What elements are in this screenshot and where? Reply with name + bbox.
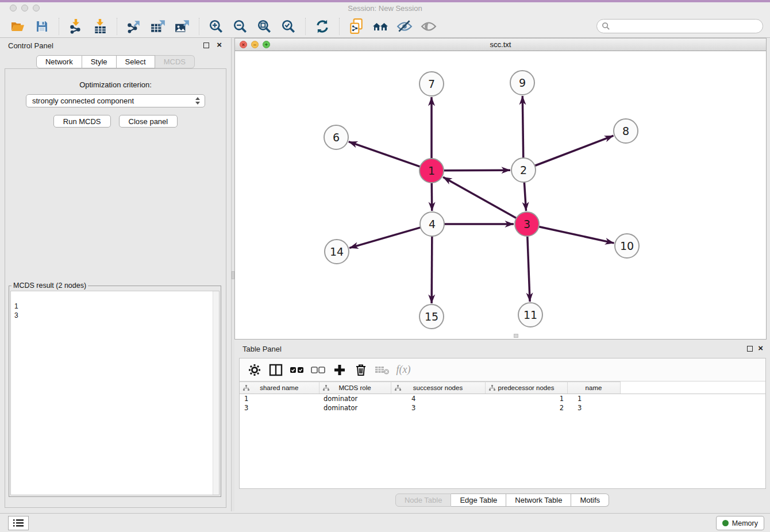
show-all-icon[interactable] [420, 18, 437, 35]
deselect-all-columns-icon[interactable] [310, 363, 326, 377]
edge-2-3[interactable] [524, 182, 526, 211]
export-table-icon[interactable] [149, 18, 167, 35]
table-panel-close-icon[interactable]: × [758, 343, 763, 353]
mcds-result-list[interactable]: 1 3 [10, 291, 220, 495]
edge-1-6[interactable] [349, 142, 420, 167]
tab-style[interactable]: Style [82, 55, 117, 68]
edge-4-15[interactable] [432, 236, 432, 303]
column-type-icon [489, 385, 495, 391]
mcds-panel: Optimization criterion: strongly connect… [5, 68, 226, 508]
tab-select[interactable]: Select [117, 55, 155, 68]
import-table-icon[interactable] [91, 18, 109, 35]
search-input[interactable] [610, 21, 763, 31]
graph-node-10[interactable]: 10 [615, 234, 639, 258]
edge-3-11[interactable] [528, 236, 530, 302]
edge-1-2[interactable] [444, 170, 510, 171]
table-tab-motifs[interactable]: Motifs [571, 494, 609, 507]
table-settings-gear-icon[interactable] [247, 363, 263, 377]
export-network-icon[interactable] [125, 18, 143, 35]
delete-column-icon[interactable] [353, 363, 369, 377]
edge-1-4[interactable] [432, 183, 432, 211]
edge-2-8[interactable] [535, 136, 614, 165]
column-header-successor-nodes[interactable]: successor nodes [391, 382, 485, 394]
open-session-icon[interactable] [9, 18, 26, 35]
table-tab-edge-table[interactable]: Edge Table [451, 494, 506, 507]
graph-node-4[interactable]: 4 [420, 212, 444, 236]
network-window-titlebar[interactable]: × − + scc.txt [235, 38, 766, 51]
run-mcds-button[interactable]: Run MCDS [53, 115, 111, 128]
network-canvas[interactable]: 7968124314101511 [235, 51, 766, 339]
control-panel-float-icon[interactable] [203, 43, 209, 48]
zoom-out-icon[interactable] [232, 18, 249, 35]
select-all-columns-icon[interactable] [289, 363, 305, 377]
duplicate-network-icon[interactable] [348, 18, 365, 35]
table-cell[interactable]: 1 [485, 394, 567, 403]
create-column-icon[interactable] [332, 363, 348, 377]
result-scrollbar[interactable] [213, 291, 219, 495]
graph-node-11[interactable]: 11 [518, 303, 542, 327]
zoom-fit-icon[interactable] [256, 18, 273, 35]
import-network-icon[interactable] [67, 18, 84, 35]
column-header-name[interactable]: name [567, 382, 620, 394]
column-header-MCDS-role[interactable]: MCDS role [319, 382, 391, 394]
control-panel: Control Panel × NetworkStyleSelectMCDS O… [0, 38, 231, 511]
graph-node-8[interactable]: 8 [614, 119, 638, 143]
graph-node-14[interactable]: 14 [325, 240, 349, 264]
task-history-button[interactable] [8, 516, 29, 530]
table-cell[interactable]: 2 [485, 403, 567, 413]
graph-node-6[interactable]: 6 [324, 125, 348, 149]
table-cell[interactable]: dominator [319, 394, 391, 403]
memory-button[interactable]: Memory [716, 516, 764, 530]
table-cell[interactable]: 3 [391, 403, 485, 413]
edge-3-1[interactable] [443, 177, 517, 218]
first-neighbors-icon[interactable] [372, 18, 389, 35]
node-table[interactable]: shared nameMCDS rolesuccessor nodesprede… [240, 381, 765, 413]
export-image-icon[interactable] [174, 18, 191, 35]
graph-node-9[interactable]: 9 [510, 71, 534, 95]
edge-3-10[interactable] [539, 226, 614, 243]
edge-4-14[interactable] [349, 228, 421, 248]
graph-node-7[interactable]: 7 [419, 72, 444, 96]
toolbar-separator [339, 18, 340, 35]
search-field[interactable] [596, 19, 763, 33]
table-cell[interactable]: 1 [240, 394, 319, 403]
column-header-predecessor-nodes[interactable]: predecessor nodes [485, 382, 567, 394]
criterion-dropdown[interactable]: strongly connected component [26, 94, 205, 107]
graph-node-15[interactable]: 15 [419, 304, 444, 329]
table-panel-title: Table Panel [242, 345, 282, 353]
graph-node-2[interactable]: 2 [511, 158, 536, 182]
zoom-in-icon[interactable] [207, 18, 225, 35]
table-cell[interactable]: 3 [240, 403, 319, 413]
table-panel-float-icon[interactable] [747, 346, 753, 352]
graph-node-1[interactable]: 1 [419, 159, 444, 183]
close-panel-button[interactable]: Close panel [119, 115, 178, 128]
tab-mcds[interactable]: MCDS [155, 55, 195, 68]
table-cell[interactable]: dominator [319, 403, 391, 413]
hide-selected-icon[interactable] [396, 18, 413, 35]
svg-text:6: 6 [333, 131, 340, 144]
svg-text:15: 15 [425, 310, 438, 323]
table-tab-network-table[interactable]: Network Table [506, 494, 571, 507]
table-panel-tabs: Node TableEdge TableNetwork TableMotifs [234, 494, 770, 507]
table-row[interactable]: 3dominator323 [240, 403, 765, 413]
table-row[interactable]: 1dominator411 [240, 394, 765, 403]
table-cell[interactable]: 3 [567, 403, 620, 413]
show-column-panel-icon[interactable] [268, 363, 284, 377]
edge-2-9[interactable] [522, 96, 523, 158]
toolbar-separator [117, 18, 117, 35]
control-panel-close-icon[interactable]: × [217, 40, 222, 49]
refresh-icon[interactable] [314, 18, 331, 35]
save-session-icon[interactable] [33, 18, 51, 35]
tab-network[interactable]: Network [36, 55, 82, 68]
graph-node-3[interactable]: 3 [515, 212, 539, 236]
table-tab-node-table[interactable]: Node Table [395, 494, 452, 507]
table-cell[interactable]: 1 [567, 394, 620, 403]
column-header-shared-name[interactable]: shared name [240, 382, 319, 394]
network-graph[interactable]: 7968124314101511 [235, 51, 766, 339]
table-cell[interactable]: 4 [391, 394, 485, 403]
column-type-icon [243, 385, 249, 391]
canvas-scroll-grip[interactable] [514, 334, 518, 338]
toolbar-separator [199, 18, 199, 35]
zoom-selected-icon[interactable] [280, 18, 297, 35]
svg-text:14: 14 [330, 245, 344, 258]
